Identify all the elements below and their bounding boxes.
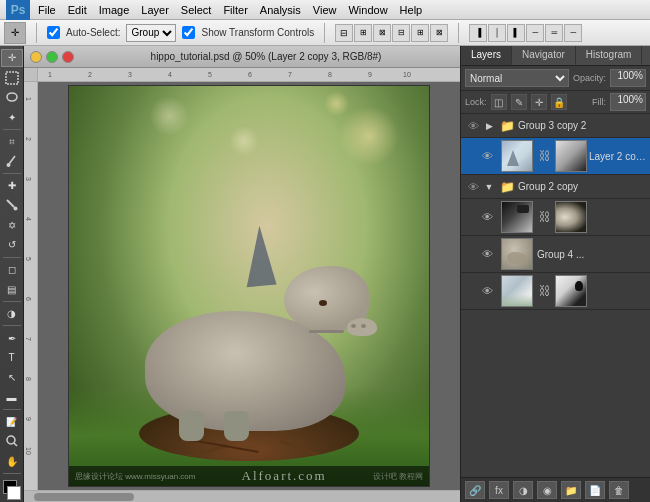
layer-row-sublayer1[interactable]: 👁 ⛓ (461, 199, 650, 236)
opacity-value[interactable]: 100% (610, 69, 646, 87)
menu-file[interactable]: File (32, 2, 62, 18)
collapse-group2copy[interactable]: ▼ (483, 181, 495, 193)
blend-opacity-row: Normal Opacity: 100% (461, 66, 650, 91)
minimize-button[interactable] (30, 51, 42, 63)
menu-select[interactable]: Select (175, 2, 218, 18)
lock-paint-icon[interactable]: ✎ (511, 94, 527, 110)
align-right-icon[interactable]: ⊠ (373, 24, 391, 42)
dodge-tool[interactable]: ◑ (1, 305, 23, 323)
blend-mode-select[interactable]: Normal (465, 69, 569, 87)
dist-right-icon[interactable]: ▌ (507, 24, 525, 42)
svg-line-7 (14, 443, 17, 446)
visibility-group2copy[interactable]: 👁 (465, 179, 481, 195)
lock-all-icon[interactable]: 🔒 (551, 94, 567, 110)
move-tool-icon[interactable]: ✛ (4, 22, 26, 44)
auto-select-dropdown[interactable]: Group (126, 24, 176, 42)
shape-tool[interactable]: ▬ (1, 388, 23, 406)
close-button[interactable] (62, 51, 74, 63)
eraser-tool[interactable]: ◻ (1, 261, 23, 279)
visibility-sublayer3[interactable]: 👁 (479, 283, 495, 299)
layer-row-group4[interactable]: 👁 Group 4 ... (461, 236, 650, 273)
align-icons-group: ⊟ ⊞ ⊠ ⊟ ⊞ ⊠ (335, 24, 448, 42)
transform-controls-checkbox[interactable] (182, 26, 195, 39)
canvas-title-bar: hippo_tutorial.psd @ 50% (Layer 2 copy 3… (24, 46, 460, 68)
tab-layers[interactable]: Layers (461, 46, 512, 65)
lasso-tool[interactable] (1, 88, 23, 106)
history-brush-tool[interactable]: ↺ (1, 236, 23, 254)
horizontal-scrollbar[interactable] (24, 490, 460, 502)
svg-line-2 (9, 156, 15, 164)
dist-center-icon[interactable]: │ (488, 24, 506, 42)
eyedropper-tool[interactable] (1, 152, 23, 170)
layer-row-group2copy[interactable]: 👁 ▼ 📁 Group 2 copy (461, 175, 650, 199)
dist-mid-icon[interactable]: ═ (545, 24, 563, 42)
scroll-thumb-h[interactable] (34, 493, 134, 501)
menu-view[interactable]: View (307, 2, 343, 18)
background-color[interactable] (7, 486, 21, 500)
menu-layer[interactable]: Layer (135, 2, 175, 18)
layer-row-sublayer3[interactable]: 👁 ⛓ (461, 273, 650, 310)
dist-top-icon[interactable]: ─ (526, 24, 544, 42)
crop-tool[interactable]: ⌗ (1, 133, 23, 151)
layer-row-layer2copy3[interactable]: 👁 ⛓ Layer 2 copy 3 (461, 138, 650, 175)
canvas-area: hippo_tutorial.psd @ 50% (Layer 2 copy 3… (24, 46, 460, 502)
fill-value[interactable]: 100% (610, 93, 646, 111)
canvas-image-area[interactable]: 思缘设计论坛 www.missyuan.com Alfoart.com 设计吧 … (38, 82, 460, 490)
align-top-icon[interactable]: ⊟ (392, 24, 410, 42)
heal-tool[interactable]: ✚ (1, 177, 23, 195)
text-tool[interactable]: T (1, 349, 23, 367)
sep1 (3, 129, 21, 130)
align-left-icon[interactable]: ⊟ (335, 24, 353, 42)
magic-wand-tool[interactable]: ✦ (1, 108, 23, 126)
visibility-group3copy2[interactable]: 👁 (465, 118, 481, 134)
clone-stamp-tool[interactable]: ✡ (1, 216, 23, 234)
dist-left-icon[interactable]: ▐ (469, 24, 487, 42)
visibility-sublayer1[interactable]: 👁 (479, 209, 495, 225)
panel-btn-fx[interactable]: fx (489, 481, 509, 499)
svg-point-3 (6, 163, 10, 167)
tab-navigator[interactable]: Navigator (512, 46, 576, 65)
move-tool[interactable]: ✛ (1, 49, 23, 67)
brush-tool[interactable] (1, 197, 23, 215)
separator (36, 23, 37, 43)
panel-btn-link[interactable]: 🔗 (465, 481, 485, 499)
menu-help[interactable]: Help (394, 2, 429, 18)
align-center-v-icon[interactable]: ⊞ (411, 24, 429, 42)
auto-select-checkbox[interactable] (47, 26, 60, 39)
svg-point-5 (13, 207, 17, 211)
panel-btn-folder[interactable]: 📁 (561, 481, 581, 499)
panel-btn-adjustment[interactable]: ◉ (537, 481, 557, 499)
panel-btn-delete[interactable]: 🗑 (609, 481, 629, 499)
pen-tool[interactable]: ✒ (1, 329, 23, 347)
align-center-h-icon[interactable]: ⊞ (354, 24, 372, 42)
align-bottom-icon[interactable]: ⊠ (430, 24, 448, 42)
visibility-group4[interactable]: 👁 (479, 246, 495, 262)
menu-filter[interactable]: Filter (217, 2, 253, 18)
visibility-layer2copy3[interactable]: 👁 (479, 148, 495, 164)
thumb-group4 (501, 238, 533, 270)
collapse-group3copy2[interactable]: ▶ (483, 120, 495, 132)
thumb-sublayer1 (501, 201, 533, 233)
path-select-tool[interactable]: ↖ (1, 369, 23, 387)
svg-point-1 (7, 93, 17, 101)
panel-tabs: Layers Navigator Histogram (461, 46, 650, 66)
fg-bg-colors[interactable] (1, 480, 23, 497)
tab-histogram[interactable]: Histogram (576, 46, 643, 65)
lock-transparency-icon[interactable]: ◫ (491, 94, 507, 110)
menu-window[interactable]: Window (342, 2, 393, 18)
panel-btn-new[interactable]: 📄 (585, 481, 605, 499)
zoom-tool[interactable] (1, 433, 23, 451)
dist-bottom-icon[interactable]: ─ (564, 24, 582, 42)
notes-tool[interactable]: 📝 (1, 413, 23, 431)
hand-tool[interactable]: ✋ (1, 452, 23, 470)
panel-btn-mask[interactable]: ◑ (513, 481, 533, 499)
lock-position-icon[interactable]: ✛ (531, 94, 547, 110)
restore-button[interactable] (46, 51, 58, 63)
gradient-tool[interactable]: ▤ (1, 280, 23, 298)
sep3 (3, 257, 21, 258)
layer-row-group3copy2[interactable]: 👁 ▶ 📁 Group 3 copy 2 (461, 114, 650, 138)
menu-edit[interactable]: Edit (62, 2, 93, 18)
menu-image[interactable]: Image (93, 2, 136, 18)
menu-analysis[interactable]: Analysis (254, 2, 307, 18)
select-tool[interactable] (1, 69, 23, 87)
